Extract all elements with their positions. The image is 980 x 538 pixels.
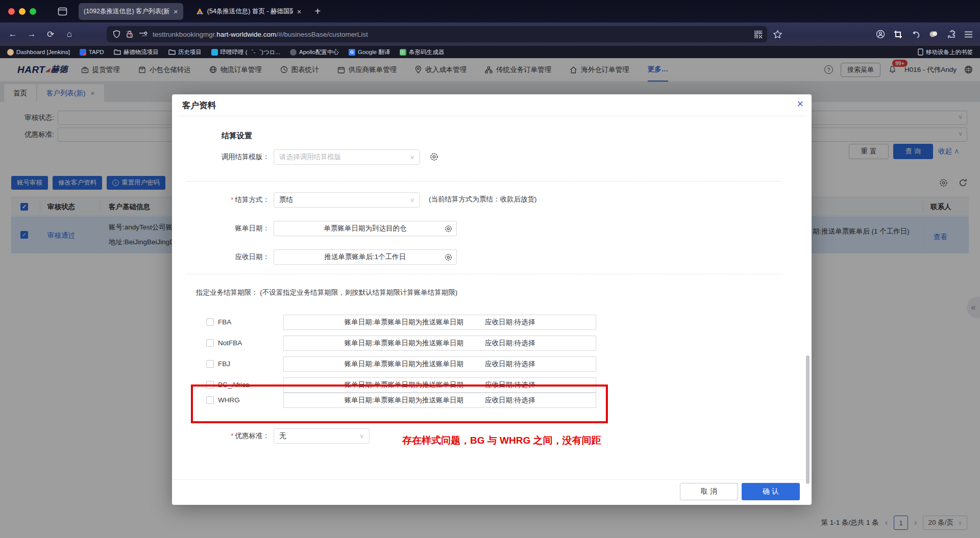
template-gear-icon[interactable] <box>430 152 438 161</box>
apollo-icon <box>290 49 297 56</box>
home-icon[interactable]: ⌂ <box>64 29 75 40</box>
required-mark: * <box>231 432 233 440</box>
mobile-bookmarks[interactable]: 移动设备上的书签 <box>918 48 973 56</box>
chevron-down-icon: ∨ <box>410 153 414 161</box>
cancel-button[interactable]: 取 消 <box>680 483 738 500</box>
item-label[interactable]: NotFBA <box>218 336 242 351</box>
fbj-term-box[interactable]: 账单日期:单票账单日期为推送账单日期应收日期:待选择 <box>283 356 596 372</box>
item-label[interactable]: FBA <box>218 315 231 330</box>
phone-icon <box>918 48 923 56</box>
bookmark-tapd[interactable]: TAPD <box>80 49 104 56</box>
browser-chrome: (1092条推送信息) 客户列表(新) - 赫 × (54条推送信息) 首页 -… <box>0 0 980 58</box>
bookmark-google-translate[interactable]: GGoogle 翻译 <box>349 48 390 56</box>
browser-tab-inactive[interactable]: (54条推送信息) 首页 - 赫德国际 × <box>191 3 307 20</box>
window-controls <box>8 8 36 15</box>
settlement-template-select[interactable]: 请选择调用结算模版 ∨ <box>274 149 420 165</box>
template-label: 调用结算模版： <box>172 149 270 165</box>
method-label: *结算方式： <box>172 192 270 208</box>
forward-icon[interactable]: → <box>26 29 37 40</box>
toolbar-right-icons <box>876 30 973 39</box>
bookmark-bilibili[interactable]: 哔哩哔哩 (゜-゜)つロ... <box>211 48 280 56</box>
shield-icon[interactable] <box>113 30 120 38</box>
due-date-label: 应收日期： <box>172 249 270 265</box>
fba-checkbox[interactable] <box>206 318 214 326</box>
bilibili-icon <box>211 49 218 56</box>
url-bar[interactable]: testtrunkbookingmgr.hart-worldwide.com/#… <box>107 26 767 42</box>
bill-date-config[interactable]: 单票账单日期为到达目的仓 <box>274 221 457 236</box>
discount-label: *优惠标准： <box>172 428 270 444</box>
permissions-icon[interactable] <box>139 31 148 37</box>
screen: (1092条推送信息) 客户列表(新) - 赫 × (54条推送信息) 首页 -… <box>0 0 980 538</box>
modal-title: 客户资料 <box>182 100 216 111</box>
jenkins-avatar-icon <box>7 49 14 56</box>
term-note: (不设置指定业务结算期限，则按默认结算期限计算账单结算期限) <box>260 289 457 296</box>
annotation-highlight-box <box>191 385 608 423</box>
new-tab-button[interactable]: + <box>315 6 321 17</box>
minimize-window-button[interactable] <box>19 8 26 15</box>
google-translate-icon: G <box>349 49 355 56</box>
bookmark-barcode[interactable]: 条形码生成器 <box>400 48 444 56</box>
annotation-text: 存在样式问题，BG 与 WHRG 之间，没有间距 <box>402 434 601 447</box>
tab-close-icon[interactable]: × <box>174 7 178 16</box>
settlement-method-select[interactable]: 票结 ∨ <box>274 192 420 208</box>
bookmarks-bar: Dashboard [Jenkins] TAPD 赫德物流项目 历史项目 哔哩哔… <box>0 46 980 58</box>
browser-tab-active[interactable]: (1092条推送信息) 客户列表(新) - 赫 × <box>79 3 183 20</box>
tapd-icon <box>80 49 86 56</box>
theme-icon[interactable] <box>929 30 938 38</box>
bookmark-apollo[interactable]: Apollo配置中心 <box>290 48 339 56</box>
menu-hamburger-icon[interactable] <box>964 31 973 38</box>
lock-insecure-icon[interactable] <box>126 30 133 38</box>
term-row-fba: FBA 账单日期:单票账单日期为推送账单日期应收日期:待选择 <box>172 315 812 330</box>
qr-code-icon[interactable] <box>754 31 762 38</box>
modal-scrollbar[interactable] <box>806 355 810 484</box>
modal-close-icon[interactable]: × <box>797 97 803 111</box>
term-row-fbj: FBJ 账单日期:单票账单日期为推送账单日期应收日期:待选择 <box>172 356 812 372</box>
url-text: testtrunkbookingmgr.hart-worldwide.com/#… <box>153 31 368 38</box>
business-term-line: 指定业务结算期限： (不设置指定业务结算期限，则按默认结算期限计算账单结算期限) <box>196 288 457 297</box>
undo-icon[interactable] <box>911 31 920 38</box>
item-label[interactable]: FBJ <box>218 356 230 372</box>
folder-icon <box>114 49 121 55</box>
account-icon[interactable] <box>876 30 885 39</box>
reload-icon[interactable]: ⟳ <box>45 29 56 40</box>
bookmark-star-icon[interactable] <box>773 30 782 38</box>
fullscreen-window-button[interactable] <box>30 8 36 15</box>
chevron-down-icon: ∨ <box>359 432 364 440</box>
notfba-term-box[interactable]: 账单日期:单票账单日期为推送账单日期应收日期:待选择 <box>283 336 596 351</box>
bookmark-jenkins[interactable]: Dashboard [Jenkins] <box>7 49 70 56</box>
tab-close-icon[interactable]: × <box>297 7 302 16</box>
tab-title: (1092条推送信息) 客户列表(新) - 赫 <box>84 7 169 16</box>
settlement-section-title: 结算设置 <box>222 131 252 141</box>
required-mark: * <box>231 196 233 203</box>
fba-term-box[interactable]: 账单日期:单票账单日期为推送账单日期应收日期:待选择 <box>283 315 596 330</box>
barcode-icon <box>400 49 406 56</box>
chevron-down-icon: ∨ <box>410 196 414 203</box>
bookmark-folder-history[interactable]: 历史项目 <box>168 48 202 56</box>
bill-date-label: 账单日期： <box>172 221 270 236</box>
browser-toolbar: ← → ⟳ ⌂ testtrunkbookingmgr.hart-worldwi… <box>0 22 980 46</box>
extensions-puzzle-icon[interactable] <box>947 30 955 39</box>
tab-title: (54条推送信息) 首页 - 赫德国际 <box>207 7 293 16</box>
screenshot-crop-icon[interactable] <box>894 30 902 39</box>
nav-buttons: ← → ⟳ ⌂ <box>7 29 75 40</box>
term-label: 指定业务结算期限： <box>196 289 258 296</box>
method-note: (当前结算方式为票结：收款后放货) <box>429 195 537 204</box>
bill-date-gear-icon[interactable] <box>445 225 452 233</box>
browser-tab-bar: (1092条推送信息) 客户列表(新) - 赫 × (54条推送信息) 首页 -… <box>0 0 980 22</box>
bookmark-folder-hede[interactable]: 赫德物流项目 <box>114 48 159 56</box>
close-window-button[interactable] <box>8 8 15 15</box>
folder-icon <box>168 49 176 55</box>
site-favicon <box>197 8 203 14</box>
fbj-checkbox[interactable] <box>206 360 214 368</box>
firefox-view-icon[interactable] <box>58 7 67 16</box>
notfba-checkbox[interactable] <box>206 339 214 347</box>
term-row-notfba: NotFBA 账单日期:单票账单日期为推送账单日期应收日期:待选择 <box>172 336 812 351</box>
back-icon[interactable]: ← <box>7 29 18 40</box>
due-date-config[interactable]: 推送单票账单后:1个工作日 <box>274 249 457 265</box>
discount-select[interactable]: 无 ∨ <box>274 428 370 444</box>
due-date-gear-icon[interactable] <box>445 253 452 261</box>
confirm-button[interactable]: 确 认 <box>742 483 800 500</box>
